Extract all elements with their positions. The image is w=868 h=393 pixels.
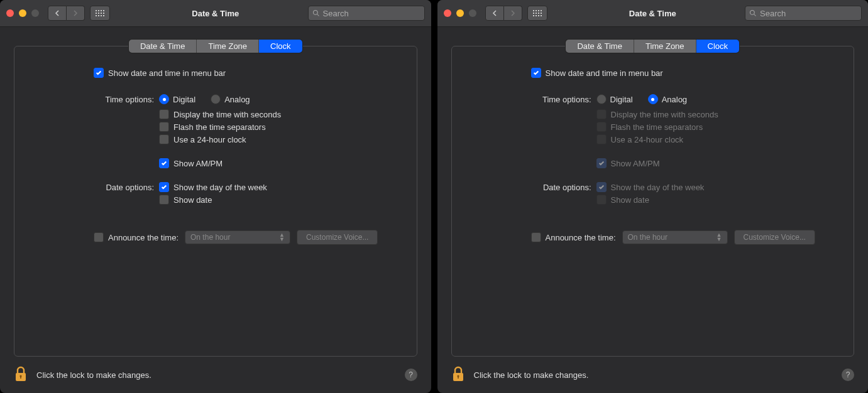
digital-label: Digital bbox=[610, 95, 633, 104]
show-menubar-label: Show date and time in menu bar bbox=[546, 68, 663, 78]
search-icon bbox=[749, 9, 757, 17]
announce-interval-select: On the hour▲▼ bbox=[622, 230, 728, 244]
dow-label: Show the day of the week bbox=[173, 183, 267, 192]
zoom-icon bbox=[31, 9, 39, 17]
titlebar: Date & Time Search bbox=[0, 0, 431, 27]
seconds-label: Display the time with seconds bbox=[611, 110, 718, 119]
prefs-window-left: Date & Time Search Date & Time Time Zone… bbox=[0, 0, 431, 393]
date-options-label: Date options: bbox=[466, 183, 596, 192]
svg-point-0 bbox=[313, 11, 317, 15]
footer: Click the lock to make changes. ? bbox=[0, 357, 431, 393]
ampm-label: Show AM/PM bbox=[173, 159, 222, 168]
close-icon[interactable] bbox=[444, 9, 451, 17]
date-options-label: Date options: bbox=[28, 183, 159, 192]
tab-time-zone[interactable]: Time Zone bbox=[634, 40, 696, 53]
flash-checkbox[interactable] bbox=[159, 122, 169, 132]
analog-radio[interactable] bbox=[211, 94, 221, 104]
digital-radio[interactable] bbox=[159, 94, 169, 104]
dow-label: Show the day of the week bbox=[611, 183, 705, 192]
announce-checkbox[interactable] bbox=[531, 232, 541, 242]
lock-text: Click the lock to make changes. bbox=[474, 370, 589, 380]
time-options-label: Time options: bbox=[466, 95, 596, 104]
svg-rect-4 bbox=[20, 376, 21, 379]
minimize-icon[interactable] bbox=[456, 9, 464, 17]
minimize-icon[interactable] bbox=[19, 9, 26, 17]
show-date-checkbox bbox=[596, 195, 607, 205]
tab-bar: Date & Time Time Zone Clock bbox=[14, 40, 417, 53]
svg-point-5 bbox=[750, 11, 755, 15]
show-date-checkbox[interactable] bbox=[159, 195, 169, 205]
tab-clock[interactable]: Clock bbox=[696, 40, 740, 53]
ampm-checkbox bbox=[596, 158, 607, 168]
tab-time-zone[interactable]: Time Zone bbox=[197, 40, 259, 53]
announce-label: Announce the time: bbox=[108, 233, 179, 242]
search-placeholder: Search bbox=[760, 9, 786, 18]
search-input[interactable]: Search bbox=[308, 6, 425, 21]
svg-rect-9 bbox=[458, 376, 459, 379]
seconds-label: Display the time with seconds bbox=[173, 110, 281, 119]
digital-label: Digital bbox=[173, 95, 195, 104]
tab-date-time[interactable]: Date & Time bbox=[129, 40, 197, 53]
show-menubar-label: Show date and time in menu bar bbox=[108, 68, 226, 78]
digital-radio[interactable] bbox=[596, 94, 607, 104]
show-all-button[interactable] bbox=[90, 6, 110, 21]
window-controls bbox=[444, 9, 476, 17]
use24-checkbox bbox=[596, 134, 607, 144]
close-icon[interactable] bbox=[6, 9, 14, 17]
help-button[interactable]: ? bbox=[405, 369, 417, 381]
time-options-label: Time options: bbox=[28, 95, 159, 104]
flash-label: Flash the time separators bbox=[173, 122, 266, 132]
analog-label: Analog bbox=[224, 95, 250, 104]
flash-checkbox bbox=[596, 122, 607, 132]
search-icon bbox=[312, 9, 320, 17]
back-button[interactable] bbox=[48, 6, 67, 21]
show-menubar-checkbox[interactable] bbox=[94, 68, 104, 78]
window-controls bbox=[6, 9, 39, 17]
use24-label: Use a 24-hour clock bbox=[611, 135, 684, 144]
back-button[interactable] bbox=[485, 6, 504, 21]
show-menubar-checkbox[interactable] bbox=[531, 68, 541, 78]
ampm-checkbox[interactable] bbox=[159, 158, 169, 168]
footer: Click the lock to make changes. ? bbox=[437, 357, 869, 393]
search-input[interactable]: Search bbox=[745, 6, 862, 21]
flash-label: Flash the time separators bbox=[611, 122, 703, 132]
titlebar: Date & Time Search bbox=[437, 0, 869, 27]
tab-date-time[interactable]: Date & Time bbox=[566, 40, 634, 53]
clock-panel: Show date and time in menu bar Time opti… bbox=[14, 46, 417, 357]
dow-checkbox[interactable] bbox=[159, 182, 169, 192]
tab-bar: Date & Time Time Zone Clock bbox=[451, 40, 855, 53]
lock-icon[interactable] bbox=[451, 365, 465, 385]
analog-label: Analog bbox=[662, 95, 687, 104]
show-date-label: Show date bbox=[173, 195, 212, 205]
show-date-label: Show date bbox=[611, 195, 649, 205]
help-button[interactable]: ? bbox=[842, 369, 854, 381]
customize-voice-button: Customize Voice... bbox=[297, 230, 378, 245]
forward-button bbox=[67, 6, 85, 21]
use24-label: Use a 24-hour clock bbox=[173, 135, 246, 144]
announce-label: Announce the time: bbox=[546, 233, 616, 242]
search-placeholder: Search bbox=[323, 9, 349, 18]
tab-clock[interactable]: Clock bbox=[259, 40, 302, 53]
analog-radio[interactable] bbox=[648, 94, 658, 104]
use24-checkbox[interactable] bbox=[159, 134, 169, 144]
svg-line-6 bbox=[754, 14, 756, 16]
dow-checkbox bbox=[596, 182, 607, 192]
customize-voice-button: Customize Voice... bbox=[734, 230, 815, 245]
svg-line-1 bbox=[317, 14, 319, 16]
clock-panel: Show date and time in menu bar Time opti… bbox=[451, 46, 855, 357]
lock-text: Click the lock to make changes. bbox=[36, 370, 151, 380]
seconds-checkbox bbox=[596, 109, 607, 119]
announce-checkbox[interactable] bbox=[94, 232, 104, 242]
prefs-window-right: Date & Time Search Date & Time Time Zone… bbox=[437, 0, 869, 393]
seconds-checkbox[interactable] bbox=[159, 109, 169, 119]
forward-button bbox=[504, 6, 522, 21]
show-all-button[interactable] bbox=[527, 6, 547, 21]
ampm-label: Show AM/PM bbox=[611, 159, 660, 168]
announce-interval-select: On the hour▲▼ bbox=[185, 230, 290, 244]
zoom-icon bbox=[469, 9, 476, 17]
lock-icon[interactable] bbox=[14, 365, 28, 385]
